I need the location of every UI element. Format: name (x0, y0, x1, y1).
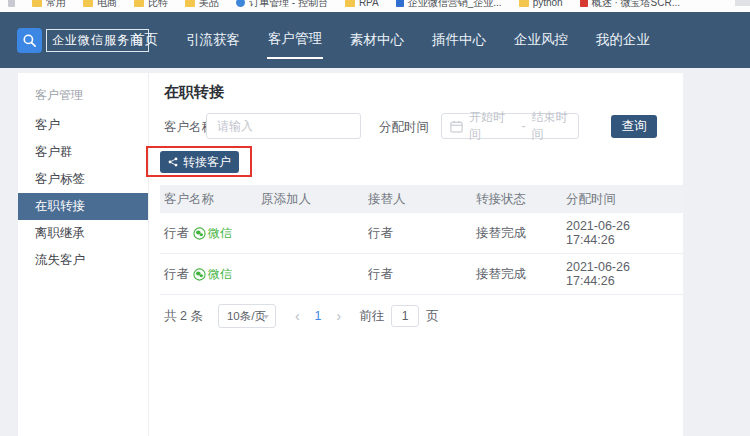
bookmark-label: 比特 (148, 0, 168, 10)
wechat-tag-label: 微信 (208, 225, 232, 242)
page-size-select[interactable]: 10条/页 (218, 304, 276, 328)
sidebar-item-customers[interactable]: 客户 (18, 112, 148, 139)
col-original-adder: 原添加人 (257, 191, 364, 208)
wechat-tag-label: 微信 (208, 266, 232, 283)
transfer-status: 接替完成 (472, 225, 562, 242)
col-successor: 接替人 (364, 191, 472, 208)
successor-name: 行者 (364, 266, 472, 283)
bookmark-item[interactable]: 电商 (83, 0, 117, 10)
sidebar-item-lost-customers[interactable]: 流失客户 (18, 247, 148, 274)
browser-bookmarks-bar: 常用 电商 比特 美品 订单管理 - 控制台 RPA 企业微信营销_企业... … (0, 0, 750, 12)
bookmark-fragment[interactable] (8, 0, 15, 7)
bookmark-label: python (533, 0, 563, 8)
page-title: 在职转接 (164, 83, 224, 102)
nav-item-home[interactable]: 首页 (130, 22, 159, 58)
share-icon (168, 157, 178, 167)
date-start-placeholder: 开始时间 (469, 109, 516, 143)
date-separator: - (522, 119, 526, 133)
bookmark-item[interactable]: 企业微信营销_企业... (396, 0, 502, 10)
transfer-status: 接替完成 (472, 266, 562, 283)
assign-time: 2021-06-26 17:44:26 (562, 260, 679, 288)
site-icon (236, 0, 245, 7)
search-button[interactable]: 查询 (611, 115, 657, 138)
nav-item-acquisition[interactable]: 引流获客 (185, 22, 241, 58)
wechat-icon (193, 227, 206, 240)
folder-icon (519, 0, 529, 7)
date-range-picker[interactable]: 开始时间 - 结束时间 (441, 113, 579, 139)
table-row[interactable]: 行者 微信 行者 接替完成 2021-06-26 17:44:26 (160, 213, 683, 254)
sidebar-item-onjob-transfer[interactable]: 在职转接 (18, 193, 148, 220)
bookmark-item[interactable]: 订单管理 - 控制台 (236, 0, 328, 10)
nav-item-my-company[interactable]: 我的企业 (595, 22, 651, 58)
col-transfer-status: 转接状态 (472, 191, 562, 208)
goto-suffix: 页 (426, 308, 439, 325)
folder-icon (345, 0, 355, 7)
table-header: 客户名称 原添加人 接替人 转接状态 分配时间 (160, 185, 683, 213)
page-number-1[interactable]: 1 (315, 309, 322, 323)
wechat-icon (193, 268, 206, 281)
bookmark-item[interactable]: 比特 (134, 0, 168, 10)
bookmark-item[interactable]: 常用 (32, 0, 66, 10)
bookmark-label: 企业微信营销_企业... (408, 0, 502, 10)
successor-name: 行者 (364, 225, 472, 242)
page-size-value: 10条/页 (227, 309, 266, 324)
folder-icon (134, 0, 144, 7)
bookmark-label: 常用 (46, 0, 66, 10)
total-count: 共 2 条 (164, 308, 203, 325)
sidebar-item-customer-tags[interactable]: 客户标签 (18, 166, 148, 193)
sidebar: 客户管理 客户 客户群 客户标签 在职转接 离职继承 流失客户 (18, 73, 148, 436)
next-page-button[interactable]: › (337, 308, 342, 324)
assign-time: 2021-06-26 17:44:26 (562, 219, 679, 247)
folder-icon (83, 0, 93, 7)
wechat-tag: 微信 (193, 266, 232, 283)
col-assign-time: 分配时间 (562, 191, 679, 208)
transfer-button-label: 转接客户 (183, 154, 231, 171)
nav-item-material-center[interactable]: 素材中心 (349, 22, 405, 58)
nav-item-plugin-center[interactable]: 插件中心 (431, 22, 487, 58)
bookmark-item[interactable]: 概述 · 微宝塔SCR... (580, 0, 680, 10)
wechat-tag: 微信 (193, 225, 232, 242)
main-nav: 首页 引流获客 客户管理 素材中心 插件中心 企业风控 我的企业 (130, 12, 651, 68)
transfer-customer-button[interactable]: 转接客户 (160, 151, 239, 173)
nav-item-customer-management[interactable]: 客户管理 (267, 21, 323, 59)
input-placeholder: 请输入 (217, 118, 253, 135)
nav-item-risk-control[interactable]: 企业风控 (513, 22, 569, 58)
bookmark-label: 概述 · 微宝塔SCR... (592, 0, 680, 10)
folder-icon (185, 0, 195, 7)
bookmark-item[interactable]: python (519, 0, 563, 8)
chevron-down-icon (263, 315, 269, 319)
date-end-placeholder: 结束时间 (532, 109, 579, 143)
top-navbar: 企业微信服务商 首页 引流获客 客户管理 素材中心 插件中心 企业风控 我的企业 (0, 12, 750, 68)
sidebar-section-title: 客户管理 (18, 73, 148, 112)
bookmark-label: 电商 (97, 0, 117, 10)
site-icon (396, 0, 404, 7)
customer-name: 行者 (164, 225, 189, 242)
table-row[interactable]: 行者 微信 行者 接替完成 2021-06-26 17:44:26 (160, 254, 683, 295)
search-logo-icon (17, 28, 42, 53)
bookmark-label: 美品 (199, 0, 219, 10)
site-icon (580, 0, 588, 7)
main-content: 在职转接 客户名称 请输入 分配时间 开始时间 - 结束时间 查询 转接客户 客… (148, 73, 683, 436)
sidebar-item-customer-groups[interactable]: 客户群 (18, 139, 148, 166)
folder-icon (32, 0, 42, 7)
bookmark-icon (8, 0, 15, 7)
bookmark-item[interactable]: RPA (345, 0, 379, 8)
prev-page-button[interactable]: ‹ (295, 308, 300, 324)
sidebar-item-resignation-inherit[interactable]: 离职继承 (18, 220, 148, 247)
pagination: 共 2 条 10条/页 ‹ 1 › 前往 页 (164, 304, 439, 328)
bookmark-label: 订单管理 - 控制台 (249, 0, 328, 10)
calendar-icon (450, 120, 463, 133)
bookmark-label: RPA (359, 0, 379, 8)
customer-name-input[interactable]: 请输入 (206, 113, 361, 139)
assign-time-label: 分配时间 (379, 119, 429, 136)
goto-page-input[interactable] (391, 305, 419, 327)
customer-name: 行者 (164, 266, 189, 283)
goto-label: 前往 (359, 308, 384, 325)
bookmark-item[interactable]: 美品 (185, 0, 219, 10)
transfer-table: 客户名称 原添加人 接替人 转接状态 分配时间 行者 微信 行者 接替完成 20… (160, 185, 683, 295)
col-customer-name: 客户名称 (160, 191, 257, 208)
browser-ui-fragment (735, 0, 750, 6)
